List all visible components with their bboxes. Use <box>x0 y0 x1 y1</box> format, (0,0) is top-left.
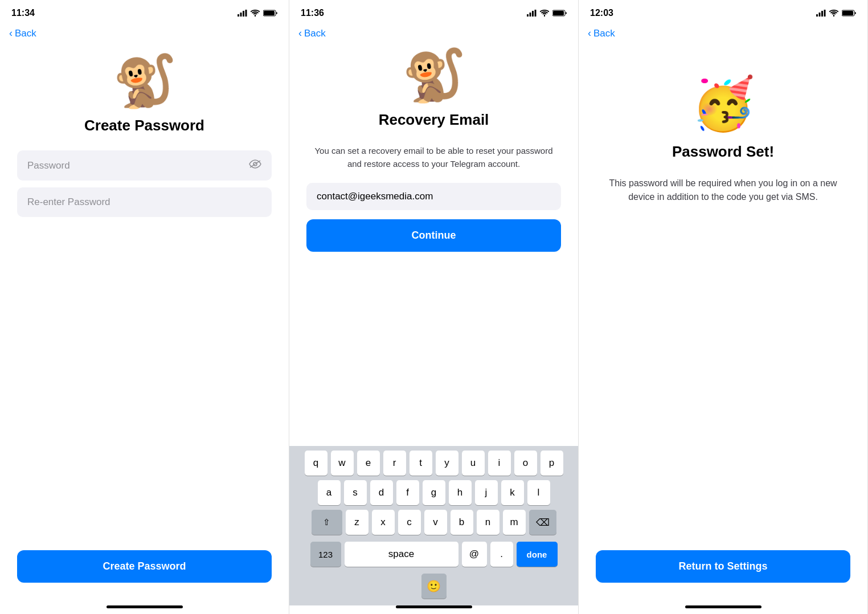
key-u[interactable]: u <box>462 451 485 476</box>
key-shift[interactable]: ⇧ <box>312 510 342 535</box>
status-icons-3 <box>816 10 856 17</box>
key-period[interactable]: . <box>490 542 513 567</box>
key-g[interactable]: g <box>423 480 445 505</box>
key-m[interactable]: m <box>503 510 526 535</box>
key-v[interactable]: v <box>424 510 447 535</box>
screen-password-set: 12:03 ‹ Back 🥳 Pas <box>579 0 868 614</box>
key-r[interactable]: r <box>383 451 406 476</box>
wifi-icon-1 <box>251 10 260 17</box>
recovery-description: You can set a recovery email to be able … <box>306 145 561 170</box>
screen-create-password: 11:34 ‹ Back 🐒 Cre <box>0 0 289 614</box>
key-t[interactable]: t <box>410 451 432 476</box>
home-indicator-1 <box>107 605 183 608</box>
screen2-content: 🐒 Recovery Email You can set a recovery … <box>289 44 578 446</box>
screen-recovery-email: 11:36 ‹ Back 🐒 Rec <box>289 0 579 614</box>
wifi-icon-3 <box>829 10 838 17</box>
svg-rect-15 <box>819 13 821 17</box>
key-123[interactable]: 123 <box>310 542 341 567</box>
email-input[interactable] <box>306 183 561 210</box>
back-button-2[interactable]: ‹ Back <box>289 23 578 44</box>
back-button-3[interactable]: ‹ Back <box>579 23 867 44</box>
key-j[interactable]: j <box>475 480 498 505</box>
keyboard-row-3: ⇧ z x c v b n m ⌫ <box>292 510 576 535</box>
back-label-1: Back <box>15 28 36 39</box>
time-2: 11:36 <box>301 8 324 18</box>
back-chevron-3: ‹ <box>588 27 591 39</box>
key-p[interactable]: p <box>541 451 563 476</box>
key-l[interactable]: l <box>527 480 550 505</box>
time-1: 11:34 <box>11 8 35 18</box>
back-chevron-1: ‹ <box>9 27 13 39</box>
key-h[interactable]: h <box>449 480 472 505</box>
status-icons-1 <box>238 10 277 17</box>
key-y[interactable]: y <box>436 451 458 476</box>
return-to-settings-button[interactable]: Return to Settings <box>596 550 850 583</box>
svg-rect-3 <box>245 10 247 17</box>
key-e[interactable]: e <box>357 451 380 476</box>
svg-rect-17 <box>824 10 826 17</box>
create-password-title: Create Password <box>84 117 204 134</box>
keyboard: q w e r t y u i o p a s d f g h j k l ⇧ … <box>289 446 578 605</box>
key-w[interactable]: w <box>331 451 354 476</box>
back-label-3: Back <box>593 28 615 39</box>
password-placeholder: Password <box>27 160 70 171</box>
time-3: 12:03 <box>590 8 613 18</box>
keyboard-row-1: q w e r t y u i o p <box>292 451 576 476</box>
screen1-content: 🐒 Create Password Password Re-enter Pass… <box>0 44 289 605</box>
svg-rect-10 <box>532 11 534 17</box>
battery-icon-3 <box>842 10 856 17</box>
key-f[interactable]: f <box>396 480 419 505</box>
key-emoji[interactable]: 🙂 <box>421 574 447 599</box>
key-k[interactable]: k <box>501 480 524 505</box>
key-d[interactable]: d <box>370 480 393 505</box>
key-z[interactable]: z <box>346 510 369 535</box>
battery-icon-1 <box>263 10 277 17</box>
key-q[interactable]: q <box>305 451 327 476</box>
svg-rect-2 <box>243 11 244 17</box>
signal-icon-2 <box>527 10 537 17</box>
key-n[interactable]: n <box>477 510 499 535</box>
svg-rect-9 <box>530 13 531 17</box>
key-s[interactable]: s <box>344 480 367 505</box>
monkey-emoji-2: 🐒 <box>402 50 466 101</box>
key-space[interactable]: space <box>345 542 458 567</box>
screen3-content: 🥳 Password Set! This password will be re… <box>579 44 867 605</box>
reenter-password-field[interactable]: Re-enter Password <box>17 187 272 217</box>
party-emoji: 🥳 <box>691 78 755 129</box>
reenter-placeholder: Re-enter Password <box>27 197 110 208</box>
key-b[interactable]: b <box>451 510 473 535</box>
svg-rect-19 <box>842 11 853 15</box>
eye-icon <box>249 159 261 171</box>
key-delete[interactable]: ⌫ <box>529 510 556 535</box>
keyboard-row-2: a s d f g h j k l <box>292 480 576 505</box>
home-indicator-2 <box>396 605 472 608</box>
battery-icon-2 <box>552 10 567 17</box>
key-done[interactable]: done <box>517 542 558 567</box>
status-bar-2: 11:36 <box>289 0 578 23</box>
key-o[interactable]: o <box>514 451 537 476</box>
key-a[interactable]: a <box>318 480 341 505</box>
key-at[interactable]: @ <box>462 542 487 567</box>
password-set-title: Password Set! <box>672 143 774 161</box>
create-password-button[interactable]: Create Password <box>17 550 272 583</box>
keyboard-emoji-row: 🙂 <box>292 571 576 603</box>
key-c[interactable]: c <box>398 510 421 535</box>
svg-rect-8 <box>527 14 529 17</box>
signal-icon-3 <box>816 10 826 17</box>
recovery-email-title: Recovery Email <box>379 111 489 129</box>
status-icons-2 <box>527 10 567 17</box>
wifi-icon-2 <box>540 10 549 17</box>
key-i[interactable]: i <box>488 451 511 476</box>
back-button-1[interactable]: ‹ Back <box>0 23 289 44</box>
password-field[interactable]: Password <box>17 150 272 181</box>
password-set-description: This password will be required when you … <box>596 177 850 204</box>
monkey-emoji-1: 🐒 <box>113 55 177 107</box>
back-chevron-2: ‹ <box>298 27 302 39</box>
svg-rect-16 <box>821 11 823 17</box>
svg-rect-5 <box>264 11 275 15</box>
status-bar-1: 11:34 <box>0 0 289 23</box>
svg-rect-11 <box>535 10 537 17</box>
continue-button[interactable]: Continue <box>306 219 561 252</box>
keyboard-bottom-row: 123 space @ . done <box>292 539 576 571</box>
key-x[interactable]: x <box>372 510 395 535</box>
